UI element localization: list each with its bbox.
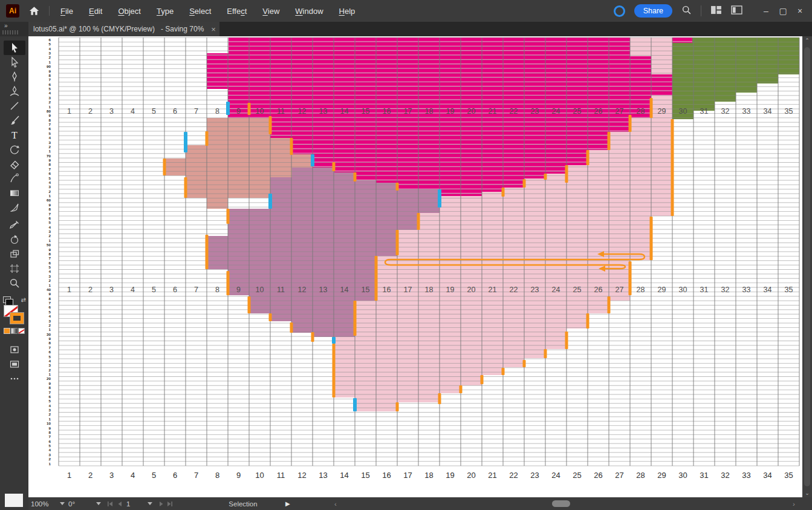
chevron-down-icon[interactable] (96, 502, 101, 505)
swap-fill-stroke-icon[interactable]: ⇄ (21, 296, 26, 303)
first-artboard-button[interactable] (107, 497, 113, 510)
curvature-tool[interactable] (4, 84, 25, 99)
color-swatch-icon[interactable] (4, 328, 10, 334)
svg-text:23: 23 (531, 286, 539, 294)
selection-icon (8, 42, 21, 54)
svg-text:19: 19 (446, 471, 454, 480)
svg-text:17: 17 (404, 107, 412, 116)
line-segment-tool[interactable] (4, 99, 25, 113)
gradient-swatch-icon[interactable] (11, 328, 18, 334)
zoom-level-select[interactable]: 100% (31, 497, 48, 510)
paintbrush-tool[interactable] (4, 113, 25, 128)
orange-marker (671, 119, 674, 216)
home-icon[interactable] (29, 6, 39, 16)
none-swatch-icon[interactable] (18, 328, 25, 334)
tab-close-icon[interactable]: × (211, 25, 216, 34)
direct-selection-tool[interactable] (4, 55, 25, 70)
illustrator-app-icon[interactable]: Ai (6, 4, 19, 18)
symbol-sprayer-tool[interactable] (4, 247, 25, 261)
workspace-switcher-icon[interactable] (710, 5, 722, 17)
type-tool[interactable]: T (4, 128, 25, 142)
eraser-tool[interactable] (4, 157, 25, 171)
draw-mode-tool[interactable] (4, 342, 25, 357)
orange-marker (269, 313, 272, 321)
rotate-tool[interactable] (4, 142, 25, 157)
screen-mode-tool[interactable] (4, 357, 25, 371)
svg-text:30: 30 (679, 107, 687, 116)
search-icon[interactable] (681, 5, 692, 18)
menu-select[interactable]: Select (189, 7, 211, 16)
svg-text:6: 6 (49, 82, 51, 87)
rotate-view-icon (8, 234, 21, 246)
screen-mode-icon (8, 358, 21, 370)
default-fill-stroke-icon[interactable] (3, 296, 11, 303)
scroll-left-icon[interactable]: ‹ (334, 497, 337, 510)
svg-text:3: 3 (109, 471, 114, 480)
close-button[interactable]: × (791, 6, 808, 16)
svg-text:3: 3 (49, 140, 51, 145)
next-artboard-button[interactable] (158, 497, 164, 510)
svg-text:33: 33 (742, 286, 751, 294)
scroll-down-icon[interactable]: ⌄ (802, 490, 812, 496)
menu-window[interactable]: Window (295, 7, 323, 16)
menu-type[interactable]: Type (157, 7, 174, 16)
menu-divider (49, 6, 50, 16)
share-button[interactable]: Share (634, 4, 672, 18)
panel-toggle-icon[interactable] (731, 5, 742, 17)
svg-text:33: 33 (742, 107, 751, 116)
last-artboard-button[interactable] (167, 497, 173, 510)
horizontal-scroll-thumb[interactable] (552, 500, 570, 507)
zoom-tool[interactable] (4, 276, 25, 290)
more-options-tool[interactable] (4, 371, 25, 386)
chevron-down-icon[interactable] (60, 502, 65, 505)
svg-text:9: 9 (236, 107, 241, 116)
shaper-tool[interactable] (4, 171, 25, 186)
svg-text:6: 6 (49, 171, 51, 175)
vertical-scrollbar[interactable]: ⌃ ⌄ (802, 36, 812, 497)
svg-text:32: 32 (721, 107, 730, 116)
document-tab[interactable]: lotus05.ai* @ 100 % (CMYK/Preview) - Sav… (28, 22, 219, 36)
artboard-number-field[interactable]: 1 (126, 497, 130, 510)
cloud-sync-icon[interactable] (614, 5, 625, 17)
svg-text:26: 26 (594, 107, 603, 116)
svg-text:25: 25 (573, 286, 582, 294)
eraser-icon (8, 158, 21, 170)
menu-file[interactable]: File (60, 7, 73, 16)
scroll-up-icon[interactable]: ⌃ (802, 38, 812, 44)
rotate-view-tool[interactable] (4, 232, 25, 247)
scroll-right-icon[interactable]: › (793, 497, 795, 510)
svg-text:13: 13 (319, 286, 328, 294)
collapse-panel-icon[interactable]: » (4, 22, 7, 29)
knife-tool[interactable] (4, 200, 25, 215)
chevron-down-icon[interactable] (148, 502, 152, 505)
status-popup-icon[interactable]: ▶ (285, 497, 290, 510)
saving-status: - Saving 70% (161, 25, 204, 33)
minimize-button[interactable]: – (758, 6, 775, 16)
vertical-scroll-thumb[interactable] (804, 47, 810, 486)
maximize-button[interactable]: ▢ (775, 6, 791, 16)
menu-view[interactable]: View (262, 7, 279, 16)
selection-tool[interactable] (4, 41, 25, 55)
svg-text:3: 3 (49, 274, 51, 278)
document-canvas[interactable]: 1234567891011121314151617181920212223242… (28, 36, 802, 497)
svg-text:1: 1 (49, 238, 51, 243)
svg-text:27: 27 (615, 107, 624, 116)
previous-artboard-button[interactable] (117, 497, 123, 510)
draw-mode-icon (8, 344, 21, 356)
svg-text:31: 31 (700, 107, 709, 116)
artboard-tool[interactable] (4, 261, 25, 276)
rotation-select[interactable]: 0° (68, 497, 75, 510)
orange-marker (438, 393, 441, 404)
shaper-icon (8, 172, 21, 185)
svg-text:5: 5 (49, 399, 51, 403)
dock-grip-icon[interactable] (2, 30, 19, 34)
menu-help[interactable]: Help (339, 7, 356, 16)
menu-edit[interactable]: Edit (89, 7, 102, 16)
menu-object[interactable]: Object (118, 7, 141, 16)
menu-effect[interactable]: Effect (227, 7, 247, 16)
eyedropper-tool[interactable] (4, 218, 25, 232)
stroke-color-swatch[interactable] (10, 313, 24, 324)
gradient-tool[interactable] (4, 186, 25, 200)
pen-tool[interactable] (4, 70, 25, 84)
gradient-icon (8, 187, 21, 199)
